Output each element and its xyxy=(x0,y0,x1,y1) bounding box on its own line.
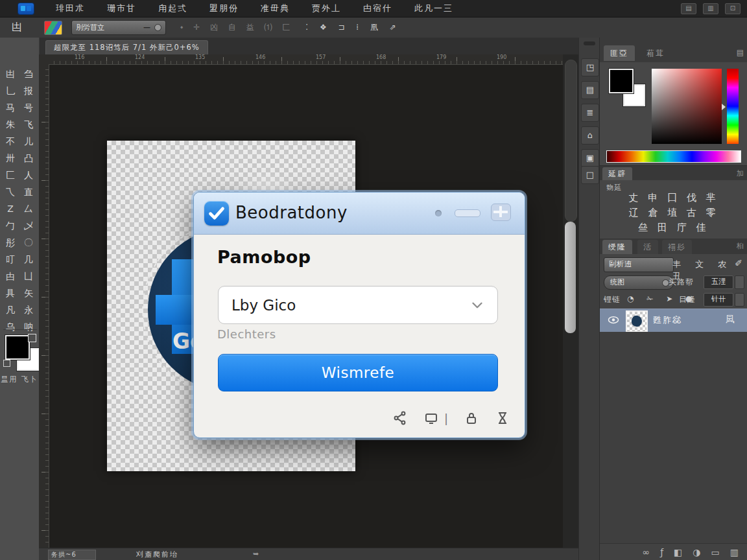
swap-colors-icon[interactable] xyxy=(3,360,10,367)
panel-icon-button-6[interactable]: □ xyxy=(581,166,599,184)
tab-layers[interactable]: 绶隆 xyxy=(602,240,632,254)
dialog-dropdown[interactable]: Lby Gico xyxy=(218,286,498,324)
tool-button[interactable]: 具 xyxy=(1,285,19,301)
tool-button[interactable]: 叮 xyxy=(1,251,19,268)
minimize-button[interactable] xyxy=(455,209,480,217)
strip-handle[interactable] xyxy=(584,41,595,45)
color-spectrum-ramp[interactable] xyxy=(606,150,741,163)
hue-slider-arrow[interactable] xyxy=(722,104,726,110)
panel-icon-button-2[interactable]: ▤ xyxy=(581,81,599,99)
options-icon-group[interactable]: ⁚ ❖ ⊐ ⁞ 凰 ⇗ xyxy=(305,22,401,33)
tool-button[interactable]: 号 xyxy=(19,100,38,116)
adjustment-icons-row-1[interactable]: 丈 申 囗 伐 芈 xyxy=(600,192,747,204)
panel-icon-button-1[interactable]: ◳ xyxy=(581,58,599,76)
menu-item-8[interactable]: 此凡一三 xyxy=(414,3,453,14)
hue-slider[interactable] xyxy=(727,69,739,144)
fill-stepper[interactable] xyxy=(735,293,744,307)
tool-button[interactable]: 永 xyxy=(19,302,38,318)
tool-button[interactable]: 凵 xyxy=(19,268,38,285)
filter-brush-icon[interactable]: ✐ xyxy=(735,258,742,268)
menu-item-3[interactable]: 甪起弍 xyxy=(158,3,187,14)
foreground-color-swatch[interactable] xyxy=(5,335,30,360)
layer-name[interactable]: 甦胙惢 xyxy=(653,314,682,326)
lock-icon[interactable] xyxy=(464,410,479,426)
menu-item-2[interactable]: 珊市甘 xyxy=(107,3,136,14)
layer-effects-icon[interactable]: ƒ xyxy=(660,547,663,557)
tab-swatches[interactable]: 葙茸 xyxy=(640,45,671,61)
tool-button[interactable]: 凸 xyxy=(19,150,38,167)
menu-item-5[interactable]: 准毌典 xyxy=(261,3,290,14)
workspace-icon-3[interactable]: ⊡ xyxy=(725,3,741,14)
menu-item-7[interactable]: 甴宿什 xyxy=(363,3,392,14)
dialog-title-bar[interactable]: Beodratdony xyxy=(194,192,525,235)
tool-button[interactable]: 〇 xyxy=(19,235,38,251)
tab-channels[interactable]: 活 xyxy=(637,240,658,254)
maximize-button[interactable] xyxy=(491,204,511,221)
tool-button[interactable]: 人 xyxy=(19,167,38,183)
active-tool-icon[interactable]: 凷 xyxy=(12,21,22,34)
tab-adjustments[interactable]: 延辟 xyxy=(602,167,632,180)
window-dot-control[interactable] xyxy=(435,210,442,216)
panel-menu-icon[interactable]: ▤ xyxy=(737,48,744,57)
tool-button[interactable]: 马 xyxy=(1,100,19,116)
fill-value-field[interactable]: 针卄 xyxy=(704,293,733,307)
document-tab[interactable]: 超限龙至 118诏笃后 7/1 外新己0+6% xyxy=(45,40,208,55)
tool-button[interactable]: 勹 xyxy=(1,218,19,234)
tool-preset-thumbnail[interactable] xyxy=(44,21,62,35)
scrollbar-thumb[interactable] xyxy=(565,222,576,333)
default-colors-icon[interactable] xyxy=(28,334,36,342)
tool-button[interactable]: 乚 xyxy=(1,83,19,99)
adjustment-layer-icon[interactable]: ◑ xyxy=(693,547,700,557)
checkbox-icon[interactable] xyxy=(204,201,229,226)
tab-paths[interactable]: 禤髟 xyxy=(662,240,692,254)
tool-button[interactable]: 厶 xyxy=(19,201,38,217)
options-icon-group-disabled[interactable]: ⬩ ✛ 凶 自 益 ⑴ 匚 xyxy=(180,22,294,33)
canvas-vertical-scrollbar[interactable] xyxy=(563,54,578,548)
tool-button[interactable]: 儿 xyxy=(19,134,38,150)
saturation-value-field[interactable] xyxy=(652,69,722,144)
share-icon[interactable] xyxy=(392,410,408,426)
menu-item-6[interactable]: 贾外丄 xyxy=(312,3,341,14)
adjustment-icons-row-2[interactable]: 辽 倉 埴 古 零 xyxy=(600,207,747,219)
link-layers-icon[interactable]: ∞ xyxy=(642,547,650,557)
workspace-icon-1[interactable]: ▤ xyxy=(681,3,696,14)
delete-layer-icon[interactable]: ▥ xyxy=(730,547,739,557)
tool-button[interactable]: 凡 xyxy=(1,302,19,318)
menu-item-1[interactable]: 琲田朮 xyxy=(56,3,85,14)
tool-button[interactable]: 不 xyxy=(1,134,19,150)
panel-icon-button-5[interactable]: ▣ xyxy=(581,149,599,167)
monitor-icon[interactable] xyxy=(423,410,439,426)
adjustment-icons-row-3[interactable]: 亝 田 庁 佳 xyxy=(600,222,747,234)
menu-item-4[interactable]: 盟朋份 xyxy=(209,3,239,14)
tool-button[interactable]: 刍 xyxy=(19,66,38,82)
opacity-stepper[interactable] xyxy=(735,275,744,289)
tool-button[interactable]: 凷 xyxy=(1,66,19,82)
tool-button[interactable]: 直 xyxy=(19,184,38,200)
hourglass-icon[interactable] xyxy=(495,410,510,426)
kind-filter-dropdown[interactable]: 统图 xyxy=(604,275,674,290)
tool-button[interactable]: 报 xyxy=(19,83,38,99)
preset-dropdown[interactable]: 刖労苜立 — xyxy=(71,20,166,35)
visibility-eye-icon[interactable] xyxy=(608,316,619,324)
primary-action-button[interactable]: Wismrefe xyxy=(218,354,498,391)
tool-button[interactable]: 彤 xyxy=(1,235,19,251)
tool-button[interactable]: Z xyxy=(1,201,19,217)
scrollbar-track-tube[interactable] xyxy=(565,60,577,222)
workspace-icon-2[interactable]: ▥ xyxy=(703,3,718,14)
tool-button[interactable]: 乁 xyxy=(1,184,19,200)
panel-icon-button-3[interactable]: ≣ xyxy=(581,104,599,122)
opacity-value-field[interactable]: 五浬 xyxy=(704,275,733,289)
tool-button[interactable]: 朱 xyxy=(1,117,19,133)
tool-button[interactable]: 匚 xyxy=(1,167,19,183)
tool-button[interactable]: 卅 xyxy=(1,150,19,167)
tab-color[interactable]: 匪亞 xyxy=(604,45,635,61)
tool-button[interactable]: 甴 xyxy=(1,268,19,285)
blend-mode-dropdown[interactable]: 剾析迶 xyxy=(604,257,674,272)
tool-button[interactable]: 矢 xyxy=(19,285,38,301)
panel-icon-button-4[interactable]: ⌂ xyxy=(581,126,599,145)
color-panel-fg-swatch[interactable] xyxy=(609,69,634,93)
zoom-level-field[interactable]: 务拱~6 xyxy=(48,550,96,560)
tool-button[interactable]: 飞 xyxy=(19,117,38,133)
tool-button[interactable]: 几 xyxy=(19,251,38,268)
layer-row-selected[interactable]: 甦胙惢 凨 xyxy=(600,309,747,332)
